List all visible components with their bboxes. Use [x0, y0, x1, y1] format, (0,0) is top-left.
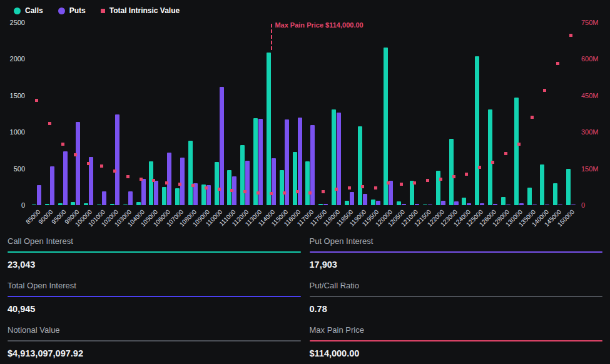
strike-group-116000[interactable]: [291, 23, 304, 205]
calls-bar[interactable]: [215, 162, 219, 205]
strike-group-125000[interactable]: [473, 23, 486, 205]
calls-bar[interactable]: [332, 109, 336, 205]
intrinsic-value-point[interactable]: [296, 190, 299, 193]
puts-bar[interactable]: [272, 158, 276, 205]
puts-bar[interactable]: [493, 204, 497, 205]
intrinsic-value-point[interactable]: [400, 183, 403, 186]
strike-group-122000[interactable]: [434, 23, 447, 205]
puts-bar[interactable]: [558, 205, 562, 205]
calls-bar[interactable]: [371, 200, 375, 205]
intrinsic-value-point[interactable]: [48, 122, 51, 125]
puts-bar[interactable]: [128, 191, 133, 205]
puts-bar[interactable]: [102, 191, 106, 205]
puts-bar[interactable]: [363, 194, 367, 205]
strike-group-105000[interactable]: [148, 23, 161, 205]
puts-bar[interactable]: [37, 185, 41, 205]
intrinsic-value-point[interactable]: [387, 181, 390, 185]
intrinsic-value-point[interactable]: [531, 116, 534, 119]
strike-group-117500[interactable]: [317, 23, 330, 205]
strike-group-115000[interactable]: [278, 23, 291, 205]
calls-bar[interactable]: [436, 171, 440, 205]
intrinsic-value-point[interactable]: [178, 183, 181, 186]
puts-bar[interactable]: [428, 205, 432, 205]
strike-group-106000[interactable]: [160, 23, 173, 205]
puts-bar[interactable]: [389, 181, 393, 205]
strike-group-120500[interactable]: [395, 23, 408, 205]
legend-item-calls[interactable]: Calls: [14, 6, 43, 15]
strike-group-128000[interactable]: [499, 23, 512, 205]
intrinsic-value-point[interactable]: [413, 181, 416, 185]
strike-group-103000[interactable]: [121, 23, 135, 205]
calls-bar[interactable]: [136, 202, 141, 205]
strike-group-121500[interactable]: [421, 23, 434, 205]
intrinsic-value-point[interactable]: [361, 185, 364, 188]
calls-bar[interactable]: [475, 56, 479, 205]
puts-bar[interactable]: [63, 151, 68, 205]
puts-bar[interactable]: [50, 166, 54, 205]
strike-group-109000[interactable]: [200, 23, 213, 205]
calls-bar[interactable]: [58, 203, 63, 206]
intrinsic-value-point[interactable]: [74, 153, 77, 156]
puts-bar[interactable]: [506, 205, 511, 205]
intrinsic-value-point[interactable]: [100, 164, 103, 168]
legend-item-puts[interactable]: Puts: [58, 6, 86, 15]
puts-bar[interactable]: [350, 192, 354, 205]
puts-bar[interactable]: [115, 114, 119, 205]
calls-bar[interactable]: [488, 109, 492, 205]
strike-group-126000[interactable]: [486, 23, 499, 205]
strike-group-130000[interactable]: [512, 23, 526, 205]
puts-bar[interactable]: [154, 181, 158, 205]
strike-group-140000[interactable]: [539, 23, 552, 205]
calls-bar[interactable]: [345, 201, 349, 205]
calls-bar[interactable]: [358, 126, 362, 205]
intrinsic-value-point[interactable]: [335, 188, 338, 191]
strike-group-121000[interactable]: [408, 23, 421, 205]
strike-group-102000[interactable]: [108, 23, 121, 205]
puts-bar[interactable]: [141, 179, 146, 205]
intrinsic-value-point[interactable]: [439, 178, 442, 181]
intrinsic-value-point[interactable]: [61, 143, 64, 146]
strike-group-85000[interactable]: [30, 23, 43, 205]
calls-bar[interactable]: [267, 53, 271, 205]
intrinsic-value-point[interactable]: [126, 175, 130, 178]
calls-bar[interactable]: [540, 164, 544, 205]
puts-bar[interactable]: [245, 161, 250, 205]
calls-bar[interactable]: [149, 161, 153, 205]
intrinsic-value-point[interactable]: [569, 34, 572, 37]
calls-bar[interactable]: [162, 187, 166, 205]
intrinsic-value-point[interactable]: [426, 179, 429, 182]
intrinsic-value-point[interactable]: [543, 89, 546, 92]
intrinsic-value-point[interactable]: [205, 186, 208, 190]
puts-bar[interactable]: [441, 201, 445, 205]
calls-bar[interactable]: [293, 152, 297, 205]
intrinsic-value-point[interactable]: [218, 188, 221, 191]
strike-group-100000[interactable]: [82, 23, 95, 205]
strike-group-118000[interactable]: [330, 23, 343, 205]
puts-bar[interactable]: [415, 204, 419, 205]
strike-group-111000[interactable]: [226, 23, 239, 205]
strike-group-98000[interactable]: [69, 23, 83, 205]
intrinsic-value-point[interactable]: [243, 190, 247, 193]
strike-group-95000[interactable]: [56, 23, 69, 205]
calls-bar[interactable]: [123, 205, 128, 205]
strike-group-112000[interactable]: [238, 23, 252, 205]
calls-bar[interactable]: [318, 204, 323, 205]
puts-bar[interactable]: [454, 201, 459, 205]
intrinsic-value-point[interactable]: [322, 190, 325, 193]
strike-group-110000[interactable]: [213, 23, 226, 205]
intrinsic-value-point[interactable]: [257, 191, 260, 195]
calls-bar[interactable]: [84, 203, 88, 206]
calls-bar[interactable]: [305, 161, 310, 205]
calls-bar[interactable]: [45, 204, 49, 205]
calls-bar[interactable]: [462, 198, 466, 205]
strike-group-117000[interactable]: [304, 23, 317, 205]
intrinsic-value-point[interactable]: [504, 152, 507, 155]
intrinsic-value-point[interactable]: [87, 162, 90, 165]
intrinsic-value-point[interactable]: [517, 143, 521, 146]
puts-bar[interactable]: [532, 205, 537, 205]
strike-group-123000[interactable]: [447, 23, 460, 205]
intrinsic-value-point[interactable]: [140, 178, 143, 181]
strike-group-107000[interactable]: [173, 23, 186, 205]
intrinsic-value-point[interactable]: [374, 186, 377, 190]
calls-bar[interactable]: [553, 183, 557, 205]
